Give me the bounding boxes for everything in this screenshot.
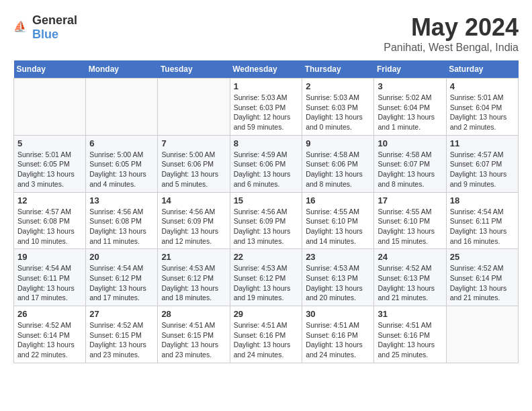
page-header: ⛵ General Blue May 2024 Panihati, West B… — [13, 13, 519, 54]
day-number: 3 — [378, 81, 442, 91]
calendar-header-saturday: Saturday — [446, 60, 518, 79]
calendar-cell: 22Sunrise: 4:53 AMSunset: 6:12 PMDayligh… — [230, 249, 302, 306]
calendar-cell: 1Sunrise: 5:03 AMSunset: 6:03 PMDaylight… — [230, 79, 302, 136]
calendar-week-row: 1Sunrise: 5:03 AMSunset: 6:03 PMDaylight… — [14, 79, 519, 136]
calendar-cell: 30Sunrise: 4:51 AMSunset: 6:16 PMDayligh… — [302, 306, 374, 363]
calendar-cell: 9Sunrise: 4:58 AMSunset: 6:06 PMDaylight… — [302, 135, 374, 192]
day-number: 5 — [17, 138, 82, 148]
calendar-cell: 15Sunrise: 4:56 AMSunset: 6:09 PMDayligh… — [230, 192, 302, 249]
day-detail: Sunrise: 4:55 AMSunset: 6:10 PMDaylight:… — [378, 207, 442, 246]
day-detail: Sunrise: 4:58 AMSunset: 6:07 PMDaylight:… — [378, 150, 442, 189]
calendar-cell: 27Sunrise: 4:52 AMSunset: 6:15 PMDayligh… — [86, 306, 158, 363]
calendar-cell: 6Sunrise: 5:00 AMSunset: 6:05 PMDaylight… — [86, 135, 158, 192]
day-detail: Sunrise: 4:57 AMSunset: 6:08 PMDaylight:… — [17, 207, 82, 246]
day-number: 4 — [450, 81, 515, 91]
title-area: May 2024 Panihati, West Bengal, India — [384, 13, 519, 54]
calendar-cell: 26Sunrise: 4:52 AMSunset: 6:14 PMDayligh… — [14, 306, 86, 363]
calendar-body: 1Sunrise: 5:03 AMSunset: 6:03 PMDaylight… — [14, 79, 519, 363]
calendar-cell — [446, 306, 518, 363]
day-number: 20 — [89, 252, 154, 262]
logo-icon: ⛵ — [13, 19, 30, 36]
calendar-cell — [14, 79, 86, 136]
main-title: May 2024 — [384, 13, 519, 42]
day-detail: Sunrise: 5:03 AMSunset: 6:03 PMDaylight:… — [306, 93, 370, 132]
calendar-cell: 13Sunrise: 4:56 AMSunset: 6:08 PMDayligh… — [86, 192, 158, 249]
day-number: 12 — [17, 195, 82, 205]
day-number: 15 — [234, 195, 299, 205]
calendar-cell: 14Sunrise: 4:56 AMSunset: 6:09 PMDayligh… — [158, 192, 230, 249]
calendar-header-sunday: Sunday — [14, 60, 86, 79]
logo-blue: Blue — [32, 28, 58, 41]
day-number: 23 — [306, 252, 370, 262]
calendar-week-row: 19Sunrise: 4:54 AMSunset: 6:11 PMDayligh… — [14, 249, 519, 306]
calendar-header-monday: Monday — [86, 60, 158, 79]
day-number: 31 — [378, 309, 442, 319]
day-detail: Sunrise: 5:03 AMSunset: 6:03 PMDaylight:… — [234, 93, 299, 132]
day-detail: Sunrise: 4:55 AMSunset: 6:10 PMDaylight:… — [306, 207, 370, 246]
day-number: 29 — [234, 309, 299, 319]
calendar-cell: 10Sunrise: 4:58 AMSunset: 6:07 PMDayligh… — [374, 135, 446, 192]
calendar-cell: 21Sunrise: 4:53 AMSunset: 6:12 PMDayligh… — [158, 249, 230, 306]
day-number: 25 — [450, 252, 515, 262]
day-detail: Sunrise: 4:59 AMSunset: 6:06 PMDaylight:… — [234, 150, 299, 189]
calendar-cell: 12Sunrise: 4:57 AMSunset: 6:08 PMDayligh… — [14, 192, 86, 249]
calendar-header-wednesday: Wednesday — [230, 60, 302, 79]
calendar-cell: 5Sunrise: 5:01 AMSunset: 6:05 PMDaylight… — [14, 135, 86, 192]
calendar-header-friday: Friday — [374, 60, 446, 79]
day-detail: Sunrise: 4:54 AMSunset: 6:11 PMDaylight:… — [450, 207, 515, 246]
day-detail: Sunrise: 5:00 AMSunset: 6:05 PMDaylight:… — [89, 150, 154, 189]
day-detail: Sunrise: 5:02 AMSunset: 6:04 PMDaylight:… — [378, 93, 442, 132]
calendar-table: SundayMondayTuesdayWednesdayThursdayFrid… — [13, 60, 519, 363]
calendar-cell: 24Sunrise: 4:52 AMSunset: 6:13 PMDayligh… — [374, 249, 446, 306]
day-detail: Sunrise: 5:01 AMSunset: 6:04 PMDaylight:… — [450, 93, 515, 132]
calendar-cell: 7Sunrise: 5:00 AMSunset: 6:06 PMDaylight… — [158, 135, 230, 192]
day-detail: Sunrise: 4:52 AMSunset: 6:13 PMDaylight:… — [378, 263, 442, 303]
day-detail: Sunrise: 4:51 AMSunset: 6:16 PMDaylight:… — [306, 320, 370, 360]
calendar-cell: 28Sunrise: 4:51 AMSunset: 6:15 PMDayligh… — [158, 306, 230, 363]
calendar-cell: 2Sunrise: 5:03 AMSunset: 6:03 PMDaylight… — [302, 79, 374, 136]
calendar-cell: 17Sunrise: 4:55 AMSunset: 6:10 PMDayligh… — [374, 192, 446, 249]
day-detail: Sunrise: 4:53 AMSunset: 6:12 PMDaylight:… — [234, 263, 299, 303]
day-detail: Sunrise: 4:56 AMSunset: 6:08 PMDaylight:… — [89, 207, 154, 246]
calendar-cell — [158, 79, 230, 136]
day-number: 27 — [89, 309, 154, 319]
day-number: 22 — [234, 252, 299, 262]
day-number: 6 — [89, 138, 154, 148]
day-number: 10 — [378, 138, 442, 148]
day-detail: Sunrise: 4:52 AMSunset: 6:15 PMDaylight:… — [89, 320, 154, 360]
day-detail: Sunrise: 4:58 AMSunset: 6:06 PMDaylight:… — [306, 150, 370, 189]
day-detail: Sunrise: 4:51 AMSunset: 6:16 PMDaylight:… — [234, 320, 299, 360]
day-detail: Sunrise: 4:53 AMSunset: 6:12 PMDaylight:… — [161, 263, 226, 303]
logo: ⛵ General Blue — [13, 13, 77, 42]
svg-text:⛵: ⛵ — [13, 20, 27, 33]
calendar-cell: 25Sunrise: 4:52 AMSunset: 6:14 PMDayligh… — [446, 249, 518, 306]
calendar-cell: 29Sunrise: 4:51 AMSunset: 6:16 PMDayligh… — [230, 306, 302, 363]
calendar-header-row: SundayMondayTuesdayWednesdayThursdayFrid… — [14, 60, 519, 79]
day-number: 16 — [306, 195, 370, 205]
calendar-week-row: 5Sunrise: 5:01 AMSunset: 6:05 PMDaylight… — [14, 135, 519, 192]
day-number: 19 — [17, 252, 82, 262]
day-number: 11 — [450, 138, 515, 148]
day-number: 1 — [234, 81, 299, 91]
day-number: 26 — [17, 309, 82, 319]
day-detail: Sunrise: 4:53 AMSunset: 6:13 PMDaylight:… — [306, 263, 370, 303]
day-number: 7 — [161, 138, 226, 148]
day-detail: Sunrise: 5:00 AMSunset: 6:06 PMDaylight:… — [161, 150, 226, 189]
day-number: 2 — [306, 81, 370, 91]
day-number: 14 — [161, 195, 226, 205]
calendar-week-row: 12Sunrise: 4:57 AMSunset: 6:08 PMDayligh… — [14, 192, 519, 249]
day-number: 17 — [378, 195, 442, 205]
calendar-header-thursday: Thursday — [302, 60, 374, 79]
day-number: 13 — [89, 195, 154, 205]
subtitle: Panihati, West Bengal, India — [384, 42, 519, 54]
calendar-week-row: 26Sunrise: 4:52 AMSunset: 6:14 PMDayligh… — [14, 306, 519, 363]
day-detail: Sunrise: 4:57 AMSunset: 6:07 PMDaylight:… — [450, 150, 515, 189]
day-number: 8 — [234, 138, 299, 148]
calendar-cell — [86, 79, 158, 136]
calendar-cell: 11Sunrise: 4:57 AMSunset: 6:07 PMDayligh… — [446, 135, 518, 192]
calendar-cell: 31Sunrise: 4:51 AMSunset: 6:16 PMDayligh… — [374, 306, 446, 363]
day-detail: Sunrise: 4:52 AMSunset: 6:14 PMDaylight:… — [17, 320, 82, 360]
day-detail: Sunrise: 4:54 AMSunset: 6:12 PMDaylight:… — [89, 263, 154, 303]
day-detail: Sunrise: 4:52 AMSunset: 6:14 PMDaylight:… — [450, 263, 515, 303]
calendar-cell: 23Sunrise: 4:53 AMSunset: 6:13 PMDayligh… — [302, 249, 374, 306]
